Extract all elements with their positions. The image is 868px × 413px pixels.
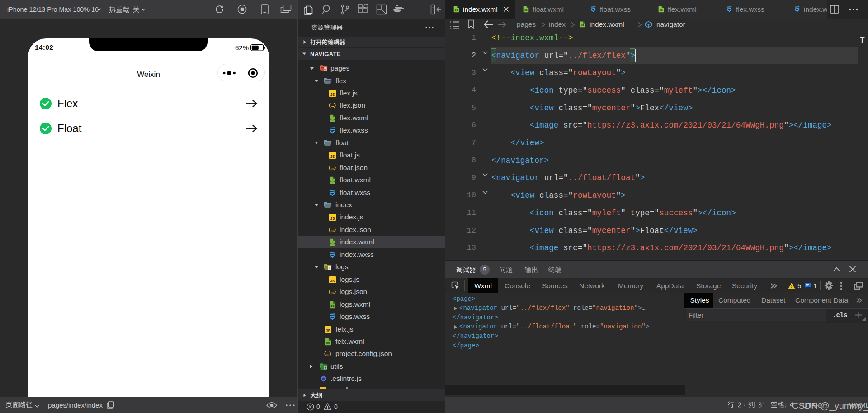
svg-text:<>: <> (330, 304, 335, 308)
svg-text:JS: JS (330, 93, 335, 97)
svg-text:<>: <> (324, 68, 326, 71)
svg-text:<>: <> (581, 24, 585, 27)
svg-text:<>: <> (524, 9, 528, 12)
svg-text:<>: <> (330, 118, 335, 122)
svg-text:<>: <> (454, 9, 458, 12)
svg-text:JS: JS (330, 217, 335, 221)
svg-text:<>: <> (330, 242, 335, 246)
svg-text:<>: <> (326, 341, 330, 345)
svg-text:JS: JS (326, 328, 330, 332)
svg-text:<>: <> (330, 180, 335, 184)
svg-text:<>: <> (659, 9, 663, 12)
svg-text:JS: JS (330, 279, 335, 283)
svg-text:JS: JS (330, 155, 335, 159)
